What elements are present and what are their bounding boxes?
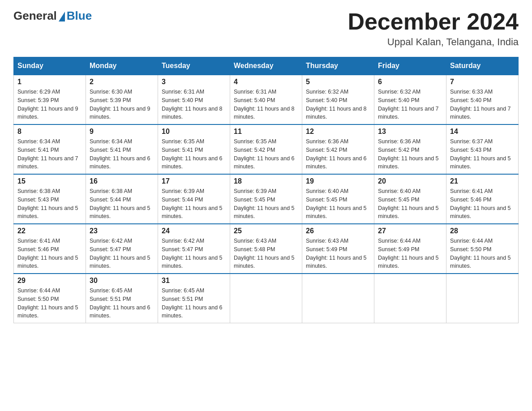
day-info: Sunrise: 6:39 AMSunset: 5:44 PMDaylight:… (162, 187, 226, 221)
calendar-cell: 18 Sunrise: 6:39 AMSunset: 5:45 PMDaylig… (230, 174, 302, 224)
calendar-cell: 15 Sunrise: 6:38 AMSunset: 5:43 PMDaylig… (14, 174, 86, 224)
day-number: 28 (450, 227, 515, 235)
day-number: 10 (162, 128, 226, 136)
calendar-cell: 1 Sunrise: 6:29 AMSunset: 5:39 PMDayligh… (14, 75, 86, 124)
calendar-cell: 16 Sunrise: 6:38 AMSunset: 5:44 PMDaylig… (86, 174, 158, 224)
day-number: 30 (90, 277, 154, 285)
day-number: 25 (234, 227, 298, 235)
day-number: 15 (17, 177, 82, 185)
day-number: 1 (17, 78, 82, 86)
logo-triangle-icon (59, 12, 65, 21)
calendar-cell: 17 Sunrise: 6:39 AMSunset: 5:44 PMDaylig… (158, 174, 230, 224)
page-header: General Blue December 2024 Uppal Kalan, … (13, 9, 519, 48)
day-number: 7 (450, 78, 515, 86)
day-number: 14 (450, 128, 515, 136)
day-number: 3 (162, 78, 226, 86)
day-info: Sunrise: 6:29 AMSunset: 5:39 PMDaylight:… (17, 88, 82, 121)
calendar-cell: 11 Sunrise: 6:35 AMSunset: 5:42 PMDaylig… (230, 124, 302, 174)
day-info: Sunrise: 6:45 AMSunset: 5:51 PMDaylight:… (162, 287, 226, 320)
calendar-cell: 9 Sunrise: 6:34 AMSunset: 5:41 PMDayligh… (86, 124, 158, 174)
day-number: 18 (234, 177, 298, 185)
calendar-cell: 13 Sunrise: 6:36 AMSunset: 5:42 PMDaylig… (374, 124, 446, 174)
day-info: Sunrise: 6:35 AMSunset: 5:42 PMDaylight:… (234, 137, 298, 171)
calendar-cell (230, 274, 302, 323)
logo-blue-text: Blue (67, 9, 92, 23)
week-row-2: 8 Sunrise: 6:34 AMSunset: 5:41 PMDayligh… (14, 124, 519, 174)
calendar-table: SundayMondayTuesdayWednesdayThursdayFrid… (13, 57, 519, 323)
header-sunday: Sunday (14, 57, 86, 75)
day-number: 27 (378, 227, 442, 235)
calendar-cell: 4 Sunrise: 6:31 AMSunset: 5:40 PMDayligh… (230, 75, 302, 124)
day-number: 26 (306, 227, 370, 235)
calendar-cell: 8 Sunrise: 6:34 AMSunset: 5:41 PMDayligh… (14, 124, 86, 174)
calendar-cell: 27 Sunrise: 6:44 AMSunset: 5:49 PMDaylig… (374, 224, 446, 274)
day-number: 21 (450, 177, 515, 185)
day-info: Sunrise: 6:32 AMSunset: 5:40 PMDaylight:… (378, 88, 442, 121)
day-number: 22 (17, 227, 82, 235)
calendar-cell (302, 274, 374, 323)
header-friday: Friday (374, 57, 446, 75)
calendar-cell: 7 Sunrise: 6:33 AMSunset: 5:40 PMDayligh… (446, 75, 519, 124)
calendar-cell: 31 Sunrise: 6:45 AMSunset: 5:51 PMDaylig… (158, 274, 230, 323)
day-number: 17 (162, 177, 226, 185)
day-number: 12 (306, 128, 370, 136)
day-number: 20 (378, 177, 442, 185)
day-info: Sunrise: 6:31 AMSunset: 5:40 PMDaylight:… (162, 88, 226, 121)
calendar-cell: 24 Sunrise: 6:42 AMSunset: 5:47 PMDaylig… (158, 224, 230, 274)
header-monday: Monday (86, 57, 158, 75)
calendar-cell: 2 Sunrise: 6:30 AMSunset: 5:39 PMDayligh… (86, 75, 158, 124)
calendar-cell (446, 274, 519, 323)
calendar-cell: 10 Sunrise: 6:35 AMSunset: 5:41 PMDaylig… (158, 124, 230, 174)
day-info: Sunrise: 6:36 AMSunset: 5:42 PMDaylight:… (378, 137, 442, 171)
calendar-cell: 6 Sunrise: 6:32 AMSunset: 5:40 PMDayligh… (374, 75, 446, 124)
day-info: Sunrise: 6:45 AMSunset: 5:51 PMDaylight:… (90, 287, 154, 320)
calendar-cell: 29 Sunrise: 6:44 AMSunset: 5:50 PMDaylig… (14, 274, 86, 323)
day-number: 29 (17, 277, 82, 285)
day-number: 4 (234, 78, 298, 86)
calendar-cell: 14 Sunrise: 6:37 AMSunset: 5:43 PMDaylig… (446, 124, 519, 174)
day-info: Sunrise: 6:31 AMSunset: 5:40 PMDaylight:… (234, 88, 298, 121)
logo: General Blue (13, 9, 92, 23)
day-number: 19 (306, 177, 370, 185)
week-row-5: 29 Sunrise: 6:44 AMSunset: 5:50 PMDaylig… (14, 274, 519, 323)
header-wednesday: Wednesday (230, 57, 302, 75)
month-title: December 2024 (348, 9, 519, 34)
day-info: Sunrise: 6:43 AMSunset: 5:49 PMDaylight:… (306, 237, 370, 270)
week-row-3: 15 Sunrise: 6:38 AMSunset: 5:43 PMDaylig… (14, 174, 519, 224)
day-info: Sunrise: 6:40 AMSunset: 5:45 PMDaylight:… (306, 187, 370, 221)
day-info: Sunrise: 6:41 AMSunset: 5:46 PMDaylight:… (450, 187, 515, 221)
day-info: Sunrise: 6:35 AMSunset: 5:41 PMDaylight:… (162, 137, 226, 171)
day-info: Sunrise: 6:40 AMSunset: 5:45 PMDaylight:… (378, 187, 442, 221)
calendar-cell: 21 Sunrise: 6:41 AMSunset: 5:46 PMDaylig… (446, 174, 519, 224)
day-number: 2 (90, 78, 154, 86)
calendar-header-row: SundayMondayTuesdayWednesdayThursdayFrid… (14, 57, 519, 75)
day-info: Sunrise: 6:34 AMSunset: 5:41 PMDaylight:… (90, 137, 154, 171)
day-info: Sunrise: 6:44 AMSunset: 5:50 PMDaylight:… (17, 287, 82, 320)
day-number: 23 (90, 227, 154, 235)
day-info: Sunrise: 6:34 AMSunset: 5:41 PMDaylight:… (17, 137, 82, 171)
day-number: 24 (162, 227, 226, 235)
header-tuesday: Tuesday (158, 57, 230, 75)
day-info: Sunrise: 6:42 AMSunset: 5:47 PMDaylight:… (162, 237, 226, 270)
calendar-cell: 5 Sunrise: 6:32 AMSunset: 5:40 PMDayligh… (302, 75, 374, 124)
day-info: Sunrise: 6:33 AMSunset: 5:40 PMDaylight:… (450, 88, 515, 121)
day-info: Sunrise: 6:44 AMSunset: 5:50 PMDaylight:… (450, 237, 515, 270)
header-saturday: Saturday (446, 57, 519, 75)
day-info: Sunrise: 6:32 AMSunset: 5:40 PMDaylight:… (306, 88, 370, 121)
week-row-4: 22 Sunrise: 6:41 AMSunset: 5:46 PMDaylig… (14, 224, 519, 274)
day-number: 5 (306, 78, 370, 86)
day-number: 16 (90, 177, 154, 185)
day-number: 31 (162, 277, 226, 285)
day-number: 11 (234, 128, 298, 136)
header-thursday: Thursday (302, 57, 374, 75)
calendar-cell: 28 Sunrise: 6:44 AMSunset: 5:50 PMDaylig… (446, 224, 519, 274)
logo-general-text: General (13, 9, 57, 23)
calendar-cell: 19 Sunrise: 6:40 AMSunset: 5:45 PMDaylig… (302, 174, 374, 224)
day-info: Sunrise: 6:38 AMSunset: 5:44 PMDaylight:… (90, 187, 154, 221)
day-number: 13 (378, 128, 442, 136)
day-info: Sunrise: 6:37 AMSunset: 5:43 PMDaylight:… (450, 137, 515, 171)
calendar-cell: 20 Sunrise: 6:40 AMSunset: 5:45 PMDaylig… (374, 174, 446, 224)
title-section: December 2024 Uppal Kalan, Telangana, In… (348, 9, 519, 48)
day-info: Sunrise: 6:30 AMSunset: 5:39 PMDaylight:… (90, 88, 154, 121)
day-info: Sunrise: 6:38 AMSunset: 5:43 PMDaylight:… (17, 187, 82, 221)
